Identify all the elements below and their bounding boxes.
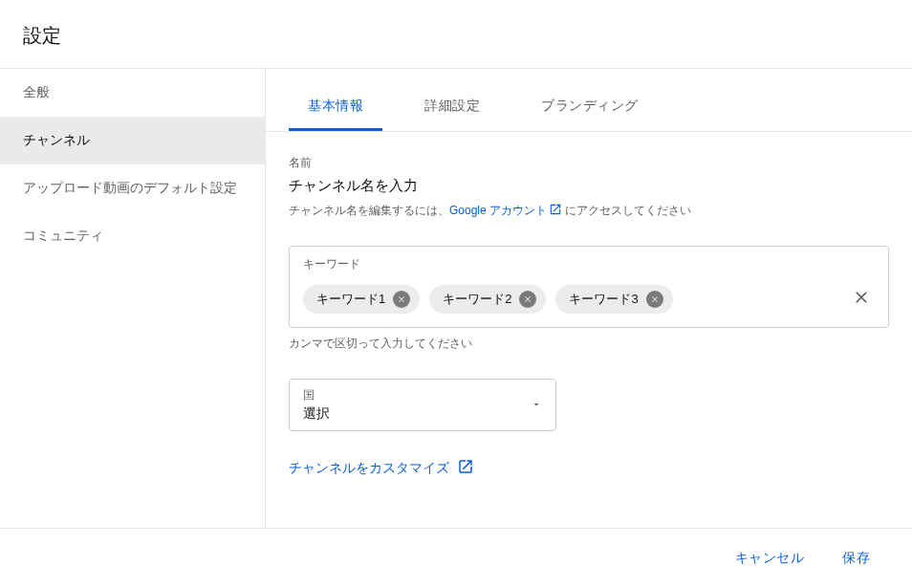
sidebar-item-label: 全般: [23, 84, 50, 99]
sidebar-item-label: コミュニティ: [23, 228, 103, 243]
save-button[interactable]: 保存: [831, 542, 881, 575]
chip-remove-icon[interactable]: [646, 291, 663, 308]
chip-label: キーワード1: [316, 291, 385, 308]
keyword-section: キーワード キーワード1 キーワード2: [289, 246, 889, 352]
help-suffix: にアクセスしてください: [562, 204, 691, 217]
keyword-chip[interactable]: キーワード2: [429, 285, 546, 314]
link-text: Google アカウント: [449, 204, 547, 217]
country-select[interactable]: 国 選択: [289, 379, 556, 431]
chip-label: キーワード2: [443, 291, 511, 308]
keyword-input-box[interactable]: キーワード キーワード1 キーワード2: [289, 246, 889, 328]
tab-branding[interactable]: ブランディング: [522, 84, 658, 131]
channel-name-value: チャンネル名を入力: [289, 177, 889, 195]
tab-bar: 基本情報 詳細設定 ブランディング: [266, 84, 912, 132]
sidebar-item-community[interactable]: コミュニティ: [0, 212, 265, 260]
help-prefix: チャンネル名を編集するには、: [289, 204, 449, 217]
customize-section: チャンネルをカスタマイズ: [289, 458, 889, 478]
link-text: チャンネルをカスタマイズ: [289, 460, 449, 477]
country-select-value: 選択: [303, 405, 542, 423]
tab-advanced[interactable]: 詳細設定: [405, 84, 499, 131]
chip-label: キーワード3: [569, 291, 638, 308]
open-in-new-icon: [457, 458, 474, 478]
name-field-label: 名前: [289, 155, 889, 171]
open-in-new-icon: [549, 203, 562, 219]
tab-label: ブランディング: [541, 98, 639, 113]
dialog-footer: キャンセル 保存: [0, 528, 912, 588]
dialog-title: 設定: [23, 23, 889, 49]
settings-sidebar: 全般 チャンネル アップロード動画のデフォルト設定 コミュニティ: [0, 69, 266, 528]
chip-remove-icon[interactable]: [393, 291, 410, 308]
google-account-link[interactable]: Google アカウント: [449, 204, 562, 217]
customize-channel-link[interactable]: チャンネルをカスタマイズ: [289, 458, 474, 478]
clear-keywords-icon[interactable]: [848, 284, 875, 314]
country-section: 国 選択: [289, 379, 889, 431]
sidebar-item-upload-defaults[interactable]: アップロード動画のデフォルト設定: [0, 164, 265, 212]
name-help-text: チャンネル名を編集するには、Google アカウント にアクセスしてください: [289, 203, 889, 219]
button-label: キャンセル: [735, 550, 805, 565]
chevron-down-icon: [531, 398, 542, 413]
keyword-chip[interactable]: キーワード1: [303, 285, 420, 314]
tab-label: 詳細設定: [424, 98, 480, 113]
keyword-chip[interactable]: キーワード3: [555, 285, 672, 314]
keyword-field-label: キーワード: [303, 256, 875, 272]
chip-remove-icon[interactable]: [519, 291, 536, 308]
cancel-button[interactable]: キャンセル: [724, 542, 816, 575]
keyword-helper-text: カンマで区切って入力してください: [289, 336, 889, 352]
sidebar-item-channel[interactable]: チャンネル: [0, 117, 265, 164]
button-label: 保存: [842, 550, 870, 565]
name-section: 名前 チャンネル名を入力 チャンネル名を編集するには、Google アカウント …: [289, 155, 889, 219]
sidebar-item-label: チャンネル: [23, 132, 90, 147]
tab-label: 基本情報: [308, 98, 363, 113]
sidebar-item-general[interactable]: 全般: [0, 69, 265, 117]
main-content: 基本情報 詳細設定 ブランディング 名前 チャンネル名を入力 チャンネル名を編集…: [266, 69, 912, 528]
country-select-label: 国: [303, 387, 542, 403]
sidebar-item-label: アップロード動画のデフォルト設定: [23, 180, 237, 195]
dialog-header: 設定: [0, 0, 912, 69]
tab-basic-info[interactable]: 基本情報: [289, 84, 382, 131]
